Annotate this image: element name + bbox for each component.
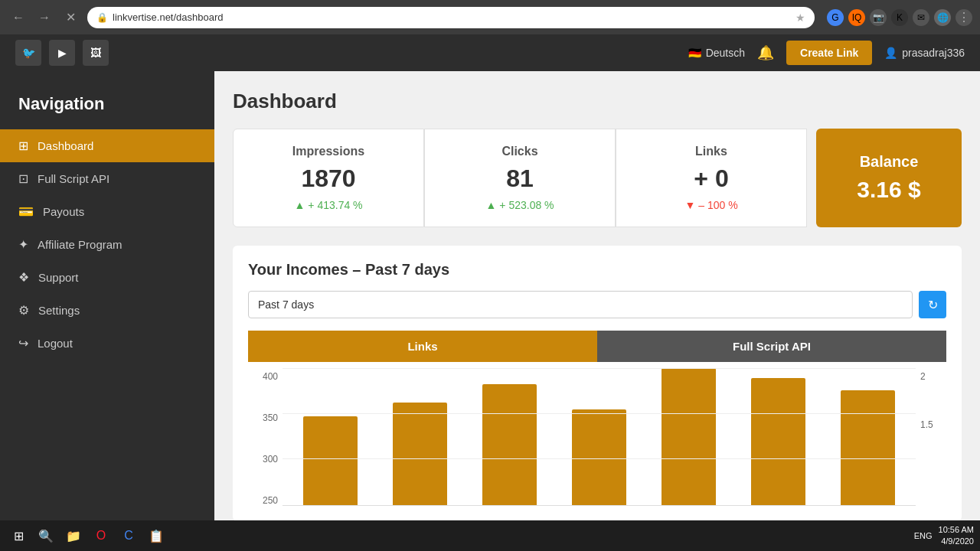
- y-label-250: 250: [263, 495, 278, 506]
- menu-icon[interactable]: ⋮: [956, 9, 972, 26]
- twitter-icon[interactable]: 🐦: [15, 40, 41, 66]
- payouts-icon: 💳: [18, 204, 34, 219]
- sidebar-item-payouts[interactable]: 💳 Payouts: [0, 195, 214, 228]
- sidebar-item-fullscriptapi[interactable]: ⊡ Full Script API: [0, 162, 214, 195]
- down-arrow-icon: ▼: [684, 199, 695, 211]
- sidebar: Navigation ⊞ Dashboard ⊡ Full Script API…: [0, 71, 214, 551]
- taskbar: ⊞ 🔍 📁 O C 📋 ENG 10:56 AM 4/9/2020: [0, 520, 980, 551]
- lock-icon: 🔒: [96, 12, 108, 23]
- y-right-label-1-5: 1.5: [920, 419, 933, 430]
- sidebar-label-support: Support: [38, 271, 79, 284]
- ext-icon-4[interactable]: K: [891, 9, 908, 26]
- clicks-change-text: + 523.08 %: [499, 199, 554, 211]
- bar-6: [751, 378, 805, 505]
- app-layout: Navigation ⊞ Dashboard ⊡ Full Script API…: [0, 71, 980, 551]
- username-label: prasadraj336: [902, 47, 965, 59]
- main-content: Dashboard Impressions 1870 ▲ + 413.74 % …: [214, 71, 980, 551]
- incomes-section: Your Incomes – Past 7 days Past 7 days P…: [233, 246, 962, 521]
- impressions-value: 1870: [249, 165, 408, 193]
- ext-icon-3[interactable]: 📷: [870, 9, 887, 26]
- start-button[interactable]: ⊞: [6, 523, 31, 548]
- refresh-button[interactable]: ↻: [919, 291, 946, 318]
- bar-group-5: [647, 368, 730, 505]
- taskbar-lang: ENG: [914, 531, 933, 540]
- top-bar: 🐦 ▶ 🖼 🇩🇪 Deutsch 🔔 Create Link 👤 prasadr…: [0, 34, 980, 71]
- search-taskbar[interactable]: 🔍: [34, 523, 58, 548]
- star-icon: ★: [795, 11, 805, 24]
- sidebar-label-dashboard: Dashboard: [38, 139, 93, 152]
- ext-icon-2[interactable]: IQ: [848, 9, 865, 26]
- sidebar-item-affiliate[interactable]: ✦ Affiliate Program: [0, 228, 214, 261]
- bars-area: [283, 368, 916, 506]
- up-arrow-icon-clicks: ▲: [485, 199, 496, 211]
- language-label: Deutsch: [706, 47, 745, 59]
- opera-taskbar[interactable]: O: [89, 523, 113, 548]
- sidebar-label-payouts: Payouts: [43, 205, 84, 218]
- y-label-300: 300: [263, 454, 278, 465]
- y-label-350: 350: [263, 412, 278, 423]
- youtube-icon[interactable]: ▶: [49, 40, 75, 66]
- sidebar-item-support[interactable]: ❖ Support: [0, 261, 214, 294]
- page-title: Dashboard: [233, 90, 962, 113]
- user-profile[interactable]: 👤 prasadraj336: [884, 47, 965, 59]
- tab-links[interactable]: Links: [248, 331, 597, 362]
- impressions-label: Impressions: [249, 145, 408, 158]
- language-selector[interactable]: 🇩🇪 Deutsch: [688, 47, 745, 59]
- y-axis-left: 400 350 300 250: [248, 368, 283, 506]
- address-bar[interactable]: 🔒 linkvertise.net/dashboard ★: [87, 7, 815, 28]
- impressions-card: Impressions 1870 ▲ + 413.74 %: [233, 129, 424, 227]
- y-label-400: 400: [263, 371, 278, 382]
- app-taskbar[interactable]: 📋: [144, 523, 168, 548]
- balance-label: Balance: [860, 153, 919, 171]
- period-select[interactable]: Past 7 days Past 30 days Past 90 days: [248, 291, 913, 318]
- stats-row: Impressions 1870 ▲ + 413.74 % Clicks 81 …: [233, 129, 962, 227]
- chrome-taskbar[interactable]: C: [116, 523, 141, 548]
- user-icon: 👤: [884, 47, 897, 59]
- balance-value: 3.16 $: [857, 177, 920, 203]
- sidebar-item-logout[interactable]: ↪ Logout: [0, 327, 214, 360]
- taskbar-time: 10:56 AM 4/9/2020: [939, 524, 974, 548]
- forward-button[interactable]: →: [34, 7, 55, 28]
- ext-icon-1[interactable]: G: [827, 9, 844, 26]
- sidebar-item-dashboard[interactable]: ⊞ Dashboard: [0, 129, 214, 162]
- links-label: Links: [632, 145, 791, 158]
- chart-container: 400 350 300 250: [248, 368, 946, 506]
- impressions-change: ▲ + 413.74 %: [249, 199, 408, 211]
- clicks-value: 81: [440, 165, 599, 193]
- links-card: Links + 0 ▼ – 100 %: [616, 129, 807, 227]
- browser-chrome: ← → ✕ 🔒 linkvertise.net/dashboard ★ G IQ…: [0, 0, 980, 34]
- up-arrow-icon: ▲: [294, 199, 305, 211]
- reload-button[interactable]: ✕: [60, 7, 81, 28]
- browser-extension-icons: G IQ 📷 K ✉ 🌐 ⋮: [827, 9, 972, 26]
- time-display: 10:56 AM: [939, 524, 974, 536]
- url-text: linkvertise.net/dashboard: [113, 11, 224, 23]
- grid-line-3: [283, 458, 916, 459]
- sidebar-label-settings: Settings: [38, 304, 80, 317]
- settings-icon: ⚙: [18, 303, 29, 318]
- ext-icon-6[interactable]: 🌐: [934, 9, 951, 26]
- y-axis-right: 2 1.5: [916, 368, 946, 506]
- ext-icon-5[interactable]: ✉: [913, 9, 929, 26]
- incomes-title: Your Incomes – Past 7 days: [248, 261, 946, 279]
- tab-api[interactable]: Full Script API: [597, 331, 946, 362]
- back-button[interactable]: ←: [8, 7, 29, 28]
- image-icon[interactable]: 🖼: [83, 40, 109, 66]
- bar-group-2: [378, 368, 462, 505]
- clicks-label: Clicks: [440, 145, 599, 158]
- bar-1: [303, 416, 358, 505]
- sidebar-label-api: Full Script API: [38, 172, 109, 185]
- bar-5: [662, 368, 716, 505]
- flag-icon: 🇩🇪: [688, 47, 701, 59]
- y-right-label-2: 2: [920, 371, 926, 382]
- dashboard-icon: ⊞: [18, 139, 28, 153]
- logout-icon: ↪: [18, 336, 28, 350]
- create-link-button[interactable]: Create Link: [786, 41, 872, 65]
- bar-group-4: [557, 368, 641, 505]
- notifications-bell[interactable]: 🔔: [757, 44, 774, 61]
- date-display: 4/9/2020: [939, 536, 974, 547]
- links-value: + 0: [632, 165, 791, 193]
- impressions-change-text: + 413.74 %: [308, 199, 362, 211]
- sidebar-item-settings[interactable]: ⚙ Settings: [0, 294, 214, 327]
- file-explorer-taskbar[interactable]: 📁: [61, 523, 86, 548]
- clicks-card: Clicks 81 ▲ + 523.08 %: [424, 129, 616, 227]
